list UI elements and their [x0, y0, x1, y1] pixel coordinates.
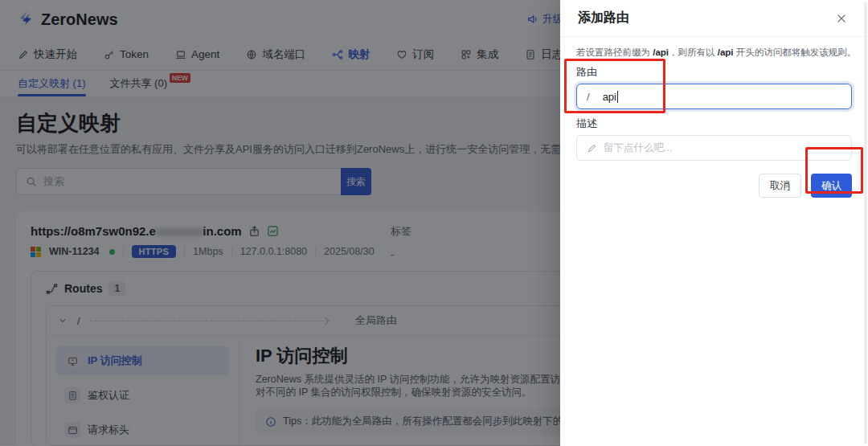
cancel-button[interactable]: 取消 [759, 174, 801, 198]
route-prefix: / [587, 91, 590, 103]
description-input[interactable]: 留下点什么吧... [576, 135, 852, 161]
route-input-value: api [603, 91, 616, 103]
desc-field-label: 描述 [576, 117, 852, 130]
route-input[interactable]: / api [576, 84, 852, 109]
drawer-body: 若设置路径前缀为 /api，则所有以 /api 开头的访问都将触发该规则。 路由… [560, 37, 868, 198]
drawer-header: 添加路由 [560, 0, 868, 37]
pencil-icon [587, 143, 597, 153]
drawer-title: 添加路由 [578, 10, 629, 27]
description-placeholder: 留下点什么吧... [604, 141, 672, 155]
drawer-scrollbar[interactable] [864, 2, 867, 444]
route-prefix-hint: 若设置路径前缀为 /api，则所有以 /api 开头的访问都将触发该规则。 [576, 47, 852, 58]
confirm-button[interactable]: 确认 [811, 174, 852, 198]
drawer-actions: 取消 确认 [576, 174, 852, 198]
add-route-drawer: 添加路由 若设置路径前缀为 /api，则所有以 /api 开头的访问都将触发该规… [560, 0, 868, 446]
route-field-label: 路由 [576, 66, 852, 79]
close-icon[interactable] [833, 10, 850, 27]
text-cursor [617, 91, 618, 103]
